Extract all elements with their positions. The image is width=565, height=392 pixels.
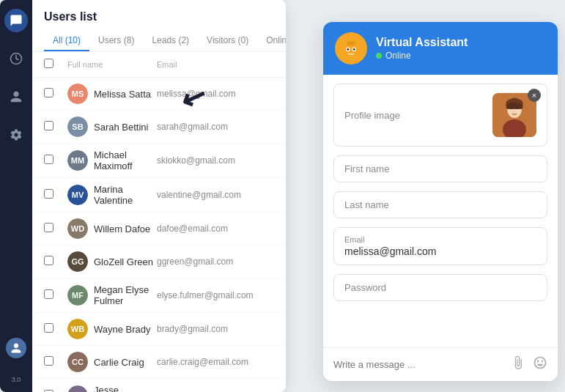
table-row[interactable]: MS Melissa Satta melissa@gmail.com <box>32 78 286 111</box>
user-name-4: Willem Dafoe <box>94 223 157 234</box>
row-checkbox-7[interactable] <box>44 322 62 336</box>
first-name-field[interactable]: First name <box>333 155 547 182</box>
last-name-field[interactable]: Last name <box>333 191 547 218</box>
row-checkbox-4[interactable] <box>44 222 62 235</box>
row-checkbox-6[interactable] <box>44 289 62 302</box>
tab-leads[interactable]: Leads (2) <box>143 31 198 51</box>
svg-point-13 <box>510 107 513 109</box>
assistant-name: Virtual Assistant <box>376 36 546 49</box>
tab-visitors[interactable]: Visitors (0) <box>198 31 257 51</box>
user-email-2: skiokko@gmail.com <box>157 155 274 166</box>
svg-point-6 <box>353 48 355 51</box>
user-avatar-4: WD <box>67 218 88 239</box>
status-dot-online <box>376 53 382 59</box>
user-email-3: valentine@gmail.com <box>157 190 274 200</box>
table-row[interactable]: JP Jesse Pattinson pattinson@gmail.com <box>32 379 286 392</box>
user-avatar-8: CC <box>67 352 88 372</box>
profile-image-container: × <box>492 93 536 137</box>
sidebar-icon-user[interactable] <box>4 85 28 108</box>
svg-rect-9 <box>355 56 358 58</box>
users-list-title: Users list <box>44 10 274 23</box>
avatar-circle-8: CC <box>67 352 88 372</box>
row-select-7[interactable] <box>44 323 53 333</box>
table-row[interactable]: GG GloZell Green ggreen@gmail.com <box>32 245 286 278</box>
users-table: Full name Email MS Melissa Satta melissa… <box>32 52 286 392</box>
user-name-8: Carlie Craig <box>94 357 157 368</box>
email-field[interactable]: Email melissa@gmail.com <box>333 227 547 265</box>
user-email-5: ggreen@gmail.com <box>157 256 274 267</box>
user-email-7: brady@gmail.com <box>157 324 274 334</box>
sidebar-user-avatar[interactable] <box>6 338 26 358</box>
email-value: melissa@gmail.com <box>344 245 536 257</box>
virtual-assistant-panel: Virtual Assistant Online Profile image <box>323 22 558 381</box>
row-select-8[interactable] <box>44 356 53 366</box>
last-name-label: Last name <box>344 199 536 210</box>
row-select-3[interactable] <box>44 189 53 199</box>
user-avatar-5: GG <box>67 251 88 272</box>
chat-header: Virtual Assistant Online <box>323 22 558 75</box>
avatar-circle-3: MV <box>67 185 88 205</box>
svg-rect-2 <box>347 41 355 45</box>
attachment-icon[interactable] <box>511 355 525 374</box>
select-all-checkbox[interactable] <box>44 59 53 68</box>
table-row[interactable]: MV Marina Valentine valentine@gmail.com <box>32 178 286 212</box>
sidebar-icon-chat[interactable] <box>4 9 28 32</box>
tabs-bar: All (10) Users (8) Leads (2) Visitors (0… <box>44 31 274 51</box>
table-row[interactable]: CC Carlie Craig carlie.craig@email.com <box>32 346 286 379</box>
user-avatar-1: SB <box>67 117 88 137</box>
user-email-0: melissa@gmail.com <box>157 89 274 99</box>
user-email-8: carlie.craig@email.com <box>157 357 274 367</box>
row-checkbox-1[interactable] <box>44 120 62 133</box>
svg-point-14 <box>516 107 519 109</box>
row-select-5[interactable] <box>44 256 53 265</box>
user-name-5: GloZell Green <box>94 256 157 267</box>
user-name-7: Wayne Brady <box>94 324 157 335</box>
sidebar: 3.0 <box>0 0 32 392</box>
status-text: Online <box>385 51 411 61</box>
row-checkbox-3[interactable] <box>44 188 62 201</box>
row-select-0[interactable] <box>44 88 53 97</box>
assistant-status: Online <box>376 51 546 61</box>
row-select-4[interactable] <box>44 223 53 232</box>
row-select-2[interactable] <box>44 155 53 164</box>
table-row[interactable]: MM Michael Maximoff skiokko@gmail.com <box>32 144 286 178</box>
password-label: Password <box>344 282 536 293</box>
profile-image-label: Profile image <box>344 110 400 121</box>
table-row[interactable]: WB Wayne Brady brady@gmail.com <box>32 313 286 346</box>
tab-online[interactable]: Online <box>257 31 286 51</box>
column-header-email: Email <box>157 60 274 69</box>
table-row[interactable]: SB Sarah Bettini sarah@gmail.com <box>32 111 286 144</box>
user-name-9: Jesse Pattinson <box>94 385 157 392</box>
main-content: Users list All (10) Users (8) Leads (2) … <box>32 0 286 392</box>
assistant-info: Virtual Assistant Online <box>376 36 546 61</box>
row-select-6[interactable] <box>44 289 53 299</box>
sidebar-icon-clock[interactable] <box>4 47 28 70</box>
table-row[interactable]: WD Willem Dafoe dafoe@email.com <box>32 212 286 245</box>
password-field[interactable]: Password <box>333 274 547 301</box>
user-email-1: sarah@gmail.com <box>157 122 274 132</box>
avatar-circle-1: SB <box>67 117 88 137</box>
row-checkbox-8[interactable] <box>44 355 62 369</box>
user-avatar-3: MV <box>67 185 88 205</box>
row-checkbox-2[interactable] <box>44 154 62 167</box>
user-name-0: Melissa Satta <box>94 89 157 100</box>
emoji-icon[interactable] <box>533 355 547 374</box>
header-checkbox <box>44 58 62 71</box>
row-checkbox-5[interactable] <box>44 255 62 268</box>
chat-input-bar <box>323 347 558 381</box>
avatar-circle-7: WB <box>67 319 88 339</box>
sidebar-icon-settings[interactable] <box>4 123 28 147</box>
user-name-1: Sarah Bettini <box>94 122 157 133</box>
remove-image-button[interactable]: × <box>528 89 541 102</box>
row-checkbox-9[interactable] <box>44 389 62 392</box>
row-select-1[interactable] <box>44 121 53 130</box>
avatar-circle-4: WD <box>67 218 88 239</box>
row-checkbox-0[interactable] <box>44 87 62 100</box>
tab-all[interactable]: All (10) <box>44 31 89 51</box>
avatar-circle-2: MM <box>67 150 88 171</box>
chat-input[interactable] <box>333 359 503 370</box>
table-row[interactable]: MF Megan Elyse Fulmer elyse.fulmer@gmail… <box>32 278 286 313</box>
assistant-avatar <box>335 32 367 64</box>
tab-users[interactable]: Users (8) <box>89 31 143 51</box>
column-header-fullname: Full name <box>67 60 157 69</box>
